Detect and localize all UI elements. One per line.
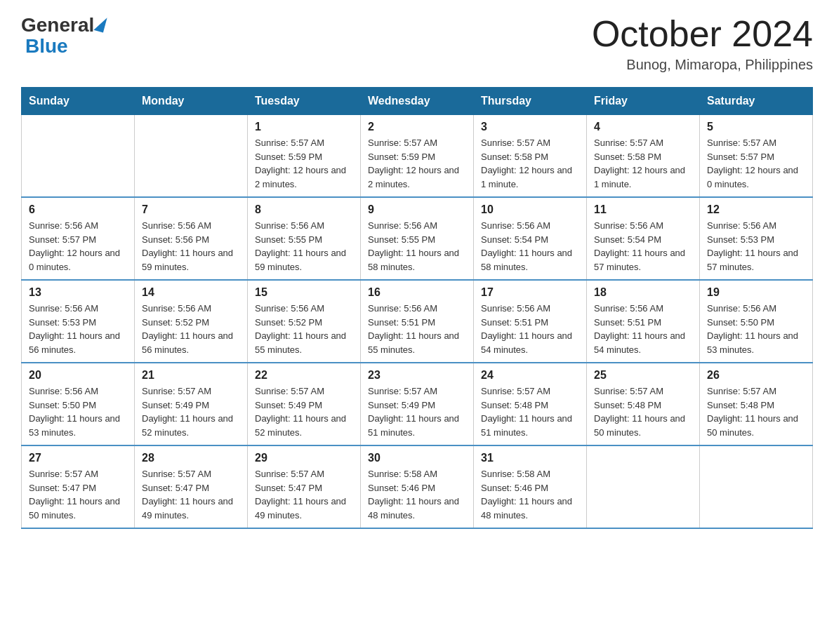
column-header-monday: Monday bbox=[135, 88, 248, 115]
column-header-friday: Friday bbox=[587, 88, 700, 115]
day-number: 1 bbox=[255, 121, 353, 133]
calendar-cell: 25Sunrise: 5:57 AMSunset: 5:48 PMDayligh… bbox=[587, 363, 700, 445]
day-info: Sunrise: 5:56 AMSunset: 5:55 PMDaylight:… bbox=[368, 219, 466, 274]
column-header-saturday: Saturday bbox=[700, 88, 813, 115]
calendar-week-row: 13Sunrise: 5:56 AMSunset: 5:53 PMDayligh… bbox=[22, 280, 813, 363]
calendar-cell: 31Sunrise: 5:58 AMSunset: 5:46 PMDayligh… bbox=[474, 445, 587, 528]
calendar-cell: 12Sunrise: 5:56 AMSunset: 5:53 PMDayligh… bbox=[700, 197, 813, 280]
day-number: 10 bbox=[481, 203, 579, 216]
day-number: 13 bbox=[29, 286, 127, 299]
day-info: Sunrise: 5:56 AMSunset: 5:54 PMDaylight:… bbox=[594, 219, 692, 274]
calendar-cell: 4Sunrise: 5:57 AMSunset: 5:58 PMDaylight… bbox=[587, 115, 700, 198]
day-info: Sunrise: 5:57 AMSunset: 5:59 PMDaylight:… bbox=[255, 136, 353, 191]
page-header: General Blue October 2024 Bunog, Mimarop… bbox=[21, 14, 813, 73]
calendar-week-row: 1Sunrise: 5:57 AMSunset: 5:59 PMDaylight… bbox=[22, 115, 813, 198]
calendar-cell: 5Sunrise: 5:57 AMSunset: 5:57 PMDaylight… bbox=[700, 115, 813, 198]
day-number: 7 bbox=[142, 203, 240, 216]
day-number: 3 bbox=[481, 121, 579, 133]
calendar-cell: 26Sunrise: 5:57 AMSunset: 5:48 PMDayligh… bbox=[700, 363, 813, 445]
day-number: 11 bbox=[594, 203, 692, 216]
day-number: 28 bbox=[142, 452, 240, 464]
day-info: Sunrise: 5:58 AMSunset: 5:46 PMDaylight:… bbox=[481, 467, 579, 522]
day-number: 25 bbox=[594, 369, 692, 382]
calendar-cell: 17Sunrise: 5:56 AMSunset: 5:51 PMDayligh… bbox=[474, 280, 587, 363]
calendar-cell: 19Sunrise: 5:56 AMSunset: 5:50 PMDayligh… bbox=[700, 280, 813, 363]
calendar-cell: 2Sunrise: 5:57 AMSunset: 5:59 PMDaylight… bbox=[361, 115, 474, 198]
day-number: 26 bbox=[707, 369, 805, 382]
title-block: October 2024 Bunog, Mimaropa, Philippine… bbox=[592, 14, 813, 73]
day-number: 5 bbox=[707, 121, 805, 133]
day-number: 24 bbox=[481, 369, 579, 382]
day-info: Sunrise: 5:57 AMSunset: 5:47 PMDaylight:… bbox=[29, 467, 127, 522]
column-header-tuesday: Tuesday bbox=[248, 88, 361, 115]
column-header-sunday: Sunday bbox=[22, 88, 135, 115]
day-info: Sunrise: 5:57 AMSunset: 5:57 PMDaylight:… bbox=[707, 136, 805, 191]
logo-general-text: General bbox=[21, 14, 94, 36]
day-info: Sunrise: 5:57 AMSunset: 5:49 PMDaylight:… bbox=[142, 384, 240, 439]
calendar-cell: 7Sunrise: 5:56 AMSunset: 5:56 PMDaylight… bbox=[135, 197, 248, 280]
day-info: Sunrise: 5:56 AMSunset: 5:50 PMDaylight:… bbox=[707, 302, 805, 356]
calendar-week-row: 27Sunrise: 5:57 AMSunset: 5:47 PMDayligh… bbox=[22, 445, 813, 528]
day-info: Sunrise: 5:57 AMSunset: 5:48 PMDaylight:… bbox=[481, 384, 579, 439]
calendar-cell: 29Sunrise: 5:57 AMSunset: 5:47 PMDayligh… bbox=[248, 445, 361, 528]
day-number: 16 bbox=[368, 286, 466, 299]
day-number: 20 bbox=[29, 369, 127, 382]
calendar-cell: 1Sunrise: 5:57 AMSunset: 5:59 PMDaylight… bbox=[248, 115, 361, 198]
calendar-table: SundayMondayTuesdayWednesdayThursdayFrid… bbox=[21, 87, 813, 529]
day-info: Sunrise: 5:58 AMSunset: 5:46 PMDaylight:… bbox=[368, 467, 466, 522]
day-info: Sunrise: 5:56 AMSunset: 5:51 PMDaylight:… bbox=[481, 302, 579, 356]
day-info: Sunrise: 5:56 AMSunset: 5:53 PMDaylight:… bbox=[707, 219, 805, 274]
day-info: Sunrise: 5:56 AMSunset: 5:54 PMDaylight:… bbox=[481, 219, 579, 274]
calendar-cell bbox=[22, 115, 135, 198]
calendar-cell: 20Sunrise: 5:56 AMSunset: 5:50 PMDayligh… bbox=[22, 363, 135, 445]
day-number: 17 bbox=[481, 286, 579, 299]
logo-triangle-icon bbox=[94, 15, 107, 32]
day-info: Sunrise: 5:56 AMSunset: 5:51 PMDaylight:… bbox=[594, 302, 692, 356]
day-info: Sunrise: 5:56 AMSunset: 5:51 PMDaylight:… bbox=[368, 302, 466, 356]
calendar-cell: 14Sunrise: 5:56 AMSunset: 5:52 PMDayligh… bbox=[135, 280, 248, 363]
column-header-thursday: Thursday bbox=[474, 88, 587, 115]
day-number: 29 bbox=[255, 452, 353, 464]
calendar-header-row: SundayMondayTuesdayWednesdayThursdayFrid… bbox=[22, 88, 813, 115]
calendar-cell: 11Sunrise: 5:56 AMSunset: 5:54 PMDayligh… bbox=[587, 197, 700, 280]
day-number: 23 bbox=[368, 369, 466, 382]
day-number: 9 bbox=[368, 203, 466, 216]
day-number: 4 bbox=[594, 121, 692, 133]
calendar-cell: 9Sunrise: 5:56 AMSunset: 5:55 PMDaylight… bbox=[361, 197, 474, 280]
calendar-cell: 15Sunrise: 5:56 AMSunset: 5:52 PMDayligh… bbox=[248, 280, 361, 363]
calendar-cell bbox=[587, 445, 700, 528]
day-number: 30 bbox=[368, 452, 466, 464]
day-number: 8 bbox=[255, 203, 353, 216]
calendar-cell bbox=[135, 115, 248, 198]
day-info: Sunrise: 5:57 AMSunset: 5:48 PMDaylight:… bbox=[707, 384, 805, 439]
logo: General Blue bbox=[21, 14, 105, 58]
day-number: 12 bbox=[707, 203, 805, 216]
column-header-wednesday: Wednesday bbox=[361, 88, 474, 115]
day-info: Sunrise: 5:57 AMSunset: 5:48 PMDaylight:… bbox=[594, 384, 692, 439]
calendar-cell: 22Sunrise: 5:57 AMSunset: 5:49 PMDayligh… bbox=[248, 363, 361, 445]
day-info: Sunrise: 5:57 AMSunset: 5:47 PMDaylight:… bbox=[255, 467, 353, 522]
day-info: Sunrise: 5:56 AMSunset: 5:56 PMDaylight:… bbox=[142, 219, 240, 274]
day-info: Sunrise: 5:57 AMSunset: 5:49 PMDaylight:… bbox=[255, 384, 353, 439]
logo-blue-text: Blue bbox=[25, 35, 68, 57]
day-info: Sunrise: 5:57 AMSunset: 5:47 PMDaylight:… bbox=[142, 467, 240, 522]
day-number: 19 bbox=[707, 286, 805, 299]
day-number: 14 bbox=[142, 286, 240, 299]
calendar-cell: 21Sunrise: 5:57 AMSunset: 5:49 PMDayligh… bbox=[135, 363, 248, 445]
day-info: Sunrise: 5:57 AMSunset: 5:58 PMDaylight:… bbox=[594, 136, 692, 191]
day-info: Sunrise: 5:56 AMSunset: 5:55 PMDaylight:… bbox=[255, 219, 353, 274]
calendar-week-row: 20Sunrise: 5:56 AMSunset: 5:50 PMDayligh… bbox=[22, 363, 813, 445]
day-number: 22 bbox=[255, 369, 353, 382]
day-number: 27 bbox=[29, 452, 127, 464]
day-number: 15 bbox=[255, 286, 353, 299]
calendar-cell: 24Sunrise: 5:57 AMSunset: 5:48 PMDayligh… bbox=[474, 363, 587, 445]
location-title: Bunog, Mimaropa, Philippines bbox=[592, 57, 813, 73]
day-info: Sunrise: 5:57 AMSunset: 5:59 PMDaylight:… bbox=[368, 136, 466, 191]
day-number: 18 bbox=[594, 286, 692, 299]
calendar-week-row: 6Sunrise: 5:56 AMSunset: 5:57 PMDaylight… bbox=[22, 197, 813, 280]
calendar-cell: 13Sunrise: 5:56 AMSunset: 5:53 PMDayligh… bbox=[22, 280, 135, 363]
day-number: 2 bbox=[368, 121, 466, 133]
day-number: 31 bbox=[481, 452, 579, 464]
calendar-cell: 8Sunrise: 5:56 AMSunset: 5:55 PMDaylight… bbox=[248, 197, 361, 280]
day-info: Sunrise: 5:56 AMSunset: 5:53 PMDaylight:… bbox=[29, 302, 127, 356]
